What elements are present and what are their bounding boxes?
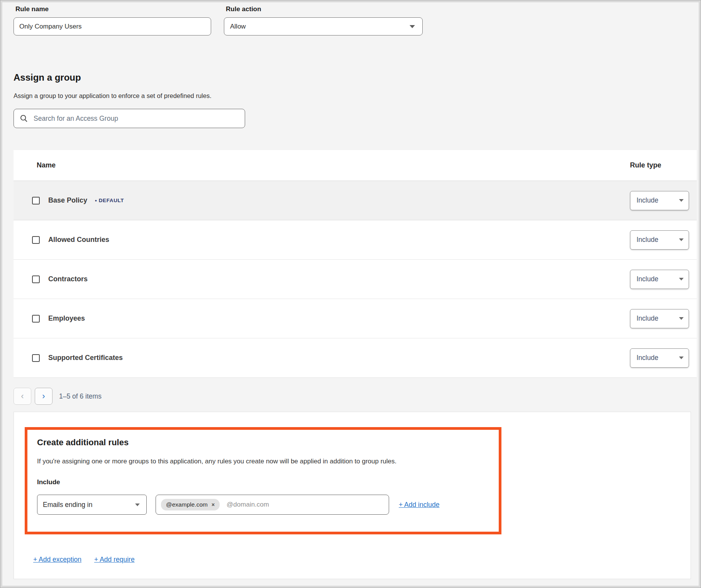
default-badge: • DEFAULT: [95, 198, 124, 203]
tag-label: @example.com: [166, 501, 208, 508]
chevron-down-icon: [679, 357, 684, 359]
condition-type-value: Emails ending in: [43, 501, 92, 509]
rule-action-label: Rule action: [226, 5, 423, 13]
row-checkbox[interactable]: [32, 315, 40, 323]
email-domain-input[interactable]: [227, 501, 384, 509]
pagination: ‹ › 1–5 of 6 items: [14, 388, 697, 405]
row-name: Allowed Countries: [48, 236, 109, 244]
include-rule-controls: Emails ending in @example.com × + Add in…: [37, 495, 489, 515]
email-domain-tag: @example.com ×: [161, 499, 220, 510]
rule-action-field-group: Rule action Allow: [224, 5, 423, 35]
access-groups-table: Name Rule type Base Policy • DEFAULT Inc…: [14, 150, 697, 378]
pagination-range-text: 1–5 of 6 items: [59, 392, 102, 400]
chevron-down-icon: [135, 504, 140, 506]
additional-rules-card: Create additional rules If you're assign…: [14, 412, 691, 579]
row-name: Base Policy: [48, 196, 87, 204]
add-require-link[interactable]: + Add require: [94, 556, 135, 564]
next-page-button[interactable]: ›: [35, 388, 52, 405]
row-base-policy: Base Policy • DEFAULT Include: [14, 181, 697, 220]
search-icon: [20, 114, 28, 123]
rule-type-value: Include: [637, 354, 658, 362]
email-domains-input-box[interactable]: @example.com ×: [156, 495, 389, 515]
rule-links-row: + Add exception + Add require: [33, 556, 135, 564]
search-input[interactable]: [34, 115, 239, 123]
row-supported-certificates: Supported Certificates Include: [14, 338, 697, 378]
row-checkbox[interactable]: [32, 197, 40, 204]
previous-page-button[interactable]: ‹: [14, 388, 31, 405]
rule-type-value: Include: [637, 275, 658, 283]
rule-name-field-group: Rule name: [14, 5, 211, 35]
condition-type-select[interactable]: Emails ending in: [37, 495, 147, 515]
add-include-link[interactable]: + Add include: [399, 501, 440, 509]
access-group-search[interactable]: [14, 109, 245, 128]
rule-editor-page: Rule name Rule action Allow Assign a gro…: [14, 5, 697, 579]
row-allowed-countries: Allowed Countries Include: [14, 220, 697, 260]
chevron-down-icon: [679, 317, 684, 320]
rule-type-value: Include: [637, 236, 658, 244]
row-employees: Employees Include: [14, 299, 697, 338]
chevron-left-icon: ‹: [21, 392, 24, 400]
table-header-row: Name Rule type: [14, 150, 697, 181]
row-contractors: Contractors Include: [14, 260, 697, 299]
chevron-right-icon: ›: [42, 392, 45, 400]
row-checkbox[interactable]: [32, 354, 40, 362]
rule-name-label: Rule name: [15, 5, 211, 13]
rule-type-value: Include: [637, 314, 658, 323]
rule-action-value: Allow: [230, 23, 246, 30]
column-header-name: Name: [37, 161, 56, 169]
rule-type-select[interactable]: Include: [630, 230, 689, 250]
row-name: Supported Certificates: [48, 354, 123, 362]
row-checkbox[interactable]: [32, 275, 40, 283]
create-additional-rules-heading: Create additional rules: [37, 438, 489, 448]
rule-type-select[interactable]: Include: [630, 348, 689, 368]
assign-group-heading: Assign a group: [14, 72, 697, 83]
rule-type-select[interactable]: Include: [630, 191, 689, 210]
assign-group-description: Assign a group to your application to en…: [14, 92, 697, 100]
chevron-down-icon: [410, 25, 415, 28]
chevron-down-icon: [679, 278, 684, 280]
rule-action-select[interactable]: Allow: [224, 17, 423, 35]
remove-tag-icon[interactable]: ×: [212, 502, 215, 507]
row-name: Employees: [48, 314, 85, 323]
rule-form-row: Rule name Rule action Allow: [14, 5, 697, 35]
include-section-label: Include: [37, 478, 489, 486]
row-checkbox[interactable]: [32, 236, 40, 244]
rule-name-input[interactable]: [14, 17, 211, 35]
rule-type-select[interactable]: Include: [630, 270, 689, 289]
column-header-rule-type: Rule type: [630, 161, 661, 169]
rule-type-select[interactable]: Include: [630, 309, 689, 328]
chevron-down-icon: [679, 238, 684, 241]
highlighted-create-rules-section: Create additional rules If you're assign…: [25, 427, 501, 534]
chevron-down-icon: [679, 199, 684, 202]
add-exception-link[interactable]: + Add exception: [33, 556, 81, 564]
create-additional-rules-description: If you're assigning one or more groups t…: [37, 458, 489, 465]
rule-type-value: Include: [637, 196, 658, 204]
row-name: Contractors: [48, 275, 88, 283]
